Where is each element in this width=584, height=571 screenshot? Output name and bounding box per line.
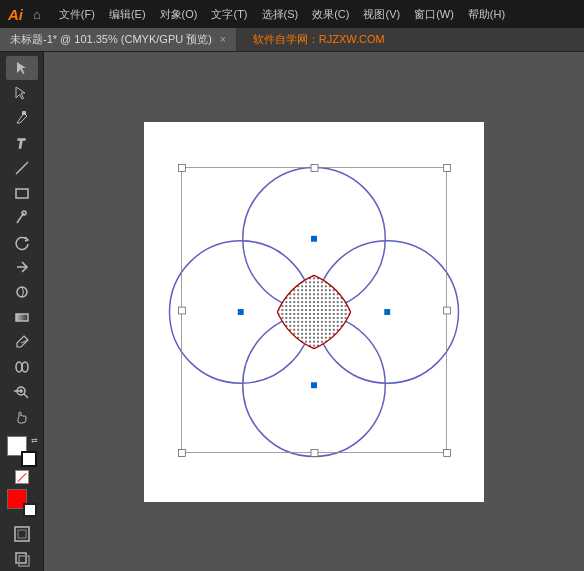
svg-rect-16 bbox=[16, 553, 26, 563]
color-mode-buttons bbox=[15, 470, 29, 484]
svg-point-0 bbox=[22, 111, 25, 114]
tab-item[interactable]: 未标题-1* @ 101.35% (CMYK/GPU 预览) × bbox=[0, 28, 237, 51]
swap-fill-stroke-icon[interactable]: ⇄ bbox=[31, 436, 38, 445]
artboard-tool[interactable] bbox=[6, 522, 38, 546]
reflect-tool[interactable] bbox=[6, 256, 38, 280]
rotate-tool[interactable] bbox=[6, 231, 38, 255]
svg-rect-6 bbox=[16, 314, 28, 321]
stroke-color-swatch[interactable] bbox=[21, 451, 37, 467]
color-swatch-area: ⇄ bbox=[5, 436, 39, 467]
print-tiling-tool[interactable] bbox=[6, 547, 38, 571]
center-shape-overlay bbox=[144, 122, 484, 502]
menu-window[interactable]: 窗口(W) bbox=[408, 5, 460, 24]
active-color-area bbox=[5, 489, 39, 517]
active-stroke-swatch[interactable] bbox=[23, 503, 37, 517]
title-bar: Ai ⌂ 文件(F) 编辑(E) 对象(O) 文字(T) 选择(S) 效果(C)… bbox=[0, 0, 584, 28]
menu-view[interactable]: 视图(V) bbox=[357, 5, 406, 24]
direct-select-tool[interactable] bbox=[6, 81, 38, 105]
tab-close-button[interactable]: × bbox=[220, 34, 226, 45]
tab-label: 未标题-1* @ 101.35% (CMYK/GPU 预览) bbox=[10, 32, 212, 47]
tab-bar: 未标题-1* @ 101.35% (CMYK/GPU 预览) × 软件自学网：R… bbox=[0, 28, 584, 52]
eyedropper-tool[interactable] bbox=[6, 330, 38, 354]
home-icon[interactable]: ⌂ bbox=[33, 7, 41, 22]
gradient-tool[interactable] bbox=[6, 305, 38, 329]
menu-object[interactable]: 对象(O) bbox=[154, 5, 204, 24]
menu-select[interactable]: 选择(S) bbox=[256, 5, 305, 24]
svg-point-8 bbox=[16, 362, 22, 372]
rectangle-tool[interactable] bbox=[6, 181, 38, 205]
svg-rect-15 bbox=[18, 530, 26, 538]
pen-tool[interactable] bbox=[6, 106, 38, 130]
svg-text:T: T bbox=[17, 137, 26, 151]
menu-type[interactable]: 文字(T) bbox=[205, 5, 253, 24]
blend-tool[interactable] bbox=[6, 355, 38, 379]
svg-line-2 bbox=[16, 162, 28, 174]
line-segment-tool[interactable] bbox=[6, 156, 38, 180]
tab-website: 软件自学网：RJZXW.COM bbox=[253, 32, 385, 47]
type-tool[interactable]: T bbox=[6, 131, 38, 155]
svg-line-11 bbox=[24, 394, 28, 398]
svg-point-9 bbox=[22, 362, 28, 372]
menu-bar: 文件(F) 编辑(E) 对象(O) 文字(T) 选择(S) 效果(C) 视图(V… bbox=[53, 5, 511, 24]
ai-logo: Ai bbox=[8, 6, 23, 23]
main-area: T bbox=[0, 52, 584, 571]
svg-point-5 bbox=[17, 287, 27, 297]
menu-edit[interactable]: 编辑(E) bbox=[103, 5, 152, 24]
zoom-tool[interactable] bbox=[6, 380, 38, 404]
paintbrush-tool[interactable] bbox=[6, 206, 38, 230]
svg-rect-17 bbox=[19, 556, 29, 566]
canvas-container bbox=[144, 122, 484, 502]
hand-tool[interactable] bbox=[6, 405, 38, 429]
none-color-button[interactable] bbox=[15, 470, 29, 484]
menu-file[interactable]: 文件(F) bbox=[53, 5, 101, 24]
select-tool[interactable] bbox=[6, 56, 38, 80]
svg-rect-3 bbox=[16, 189, 28, 198]
menu-help[interactable]: 帮助(H) bbox=[462, 5, 511, 24]
toolbar: T bbox=[0, 52, 44, 571]
warp-tool[interactable] bbox=[6, 280, 38, 304]
svg-rect-14 bbox=[15, 527, 29, 541]
menu-effect[interactable]: 效果(C) bbox=[306, 5, 355, 24]
canvas-area[interactable] bbox=[44, 52, 584, 571]
